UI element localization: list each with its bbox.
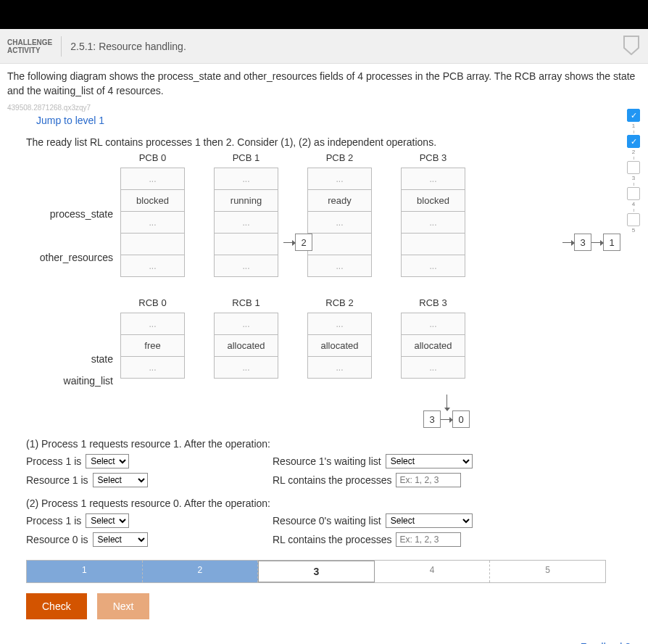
step-1[interactable]: 1 bbox=[27, 561, 143, 582]
rcb1-waiting-link: 3 0 bbox=[252, 395, 641, 428]
rcb-2: RCB 2 ...allocated... bbox=[307, 297, 372, 379]
step-2[interactable]: 2 bbox=[143, 561, 259, 582]
level-stepper: 1 2 3 4 5 bbox=[26, 560, 606, 583]
progress-step-1[interactable]: ✓ bbox=[627, 109, 640, 122]
challenge-activity-label: CHALLENGE ACTIVITY bbox=[7, 38, 52, 54]
pcb-diagram: process_state other_resources PCB 0 ...b… bbox=[26, 152, 641, 290]
step-5[interactable]: 5 bbox=[490, 561, 605, 582]
q2-rl-label: RL contains the processes bbox=[273, 534, 391, 545]
feedback-link[interactable]: Feedback? bbox=[7, 641, 631, 644]
rcb-0: RCB 0 ...free... bbox=[120, 297, 185, 379]
activity-header: CHALLENGE ACTIVITY 2.5.1: Resource handl… bbox=[0, 29, 648, 64]
next-button[interactable]: Next bbox=[97, 593, 150, 619]
rcb-row-label-waiting: waiting_list bbox=[26, 370, 113, 392]
pcb3-resource-link: 3 1 bbox=[562, 234, 620, 251]
pcb-row-label-resources: other_resources bbox=[26, 247, 113, 268]
q2-process-select[interactable]: Select bbox=[86, 513, 129, 528]
q1-rl-input[interactable] bbox=[396, 473, 461, 487]
questions-block: (1) Process 1 requests resource 1. After… bbox=[26, 438, 641, 547]
pcb-2: PCB 2 ...ready...... bbox=[307, 152, 372, 277]
jump-to-level-link[interactable]: Jump to level 1 bbox=[36, 115, 104, 126]
q1-heading: (1) Process 1 requests resource 1. After… bbox=[26, 438, 641, 450]
q1-rl-label: RL contains the processes bbox=[273, 474, 391, 486]
pcb-0: PCB 0 ...blocked...... bbox=[120, 152, 185, 277]
top-black-bar bbox=[0, 0, 648, 29]
q2-waitlist-select[interactable]: Select bbox=[386, 513, 473, 528]
q2-rl-input[interactable] bbox=[396, 532, 461, 547]
q2-waitlist-label: Resource 0's waiting list bbox=[273, 515, 381, 527]
q1-resource-select[interactable]: Select bbox=[93, 473, 148, 487]
rcb-row-label-state: state bbox=[26, 348, 113, 370]
hash-text: 439508.2871268.qx3zqy7 bbox=[7, 104, 641, 112]
rcb-3: RCB 3 ...allocated... bbox=[401, 297, 465, 379]
rcb-1: RCB 1 ...allocated... bbox=[214, 297, 278, 379]
ready-list-text: The ready list RL contains processes 1 t… bbox=[26, 136, 641, 148]
shield-icon bbox=[622, 46, 641, 57]
pcb1-resource-link: 2 bbox=[283, 234, 312, 251]
progress-step-2[interactable]: ✓ bbox=[627, 135, 640, 148]
progress-rail: ✓1 ✓2 3 4 5 bbox=[625, 109, 642, 234]
q1-waitlist-label: Resource 1's waiting list bbox=[273, 455, 381, 467]
q2-heading: (2) Process 1 requests resource 0. After… bbox=[26, 498, 641, 509]
step-4[interactable]: 4 bbox=[375, 561, 491, 582]
pcb-3: PCB 3 ...blocked...... bbox=[401, 152, 465, 277]
activity-title: 2.5.1: Resource handling. bbox=[70, 41, 186, 52]
check-button[interactable]: Check bbox=[26, 593, 87, 619]
q1-waitlist-select[interactable]: Select bbox=[386, 454, 473, 468]
progress-step-3[interactable] bbox=[627, 161, 640, 174]
q2-resource-select[interactable]: Select bbox=[93, 532, 148, 547]
pcb-row-label-state: process_state bbox=[26, 203, 113, 225]
progress-step-4[interactable] bbox=[627, 187, 640, 200]
q2-process-label: Process 1 is bbox=[26, 515, 81, 527]
rcb-diagram: state waiting_list RCB 0 ...free... RCB … bbox=[26, 297, 641, 428]
step-3[interactable]: 3 bbox=[258, 561, 375, 582]
q1-resource-label: Resource 1 is bbox=[26, 474, 88, 486]
q2-resource-label: Resource 0 is bbox=[26, 534, 88, 545]
progress-step-5[interactable] bbox=[627, 213, 640, 226]
q1-process-label: Process 1 is bbox=[26, 455, 81, 467]
pcb-1: PCB 1 ...running...... bbox=[214, 152, 278, 277]
q1-process-select[interactable]: Select bbox=[86, 454, 129, 468]
intro-text: The following diagram shows the process_… bbox=[7, 70, 641, 98]
header-divider bbox=[61, 36, 62, 57]
